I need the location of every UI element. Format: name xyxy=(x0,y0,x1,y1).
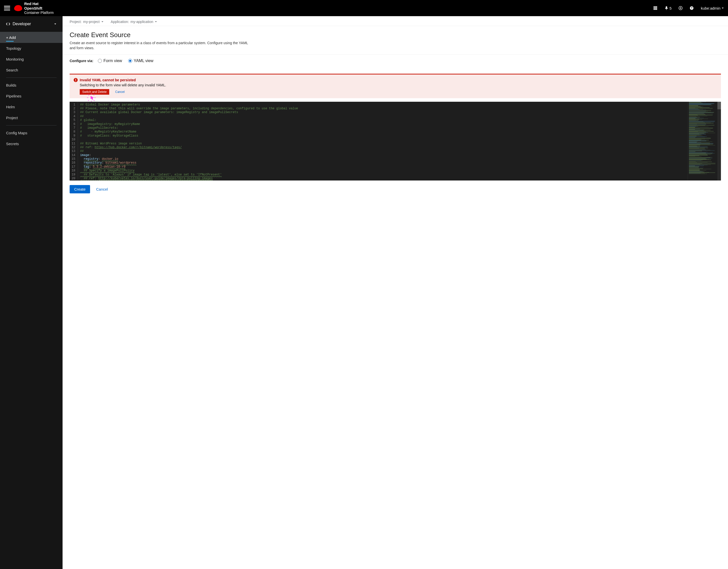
nav-item[interactable]: Pipelines xyxy=(0,91,63,101)
code-icon xyxy=(6,22,10,26)
form-view-label: Form view xyxy=(103,59,122,63)
project-value: my-project xyxy=(83,20,99,24)
user-label: kube:admin xyxy=(701,6,720,10)
main-content: Project: my-project Application: my-appl… xyxy=(63,16,728,569)
project-selector[interactable]: Project: my-project xyxy=(70,20,104,24)
editor-code[interactable]: ## Global Docker image parameters## Plea… xyxy=(78,102,688,180)
sidebar: Developer + AddTopologyMonitoringSearch … xyxy=(0,16,63,569)
editor-scrollbar[interactable] xyxy=(717,102,721,180)
svg-rect-8 xyxy=(656,9,657,10)
redhat-logo-icon xyxy=(14,5,22,11)
perspective-switcher[interactable]: Developer xyxy=(0,16,63,32)
nav-item[interactable]: Search xyxy=(0,65,63,75)
caret-down-icon xyxy=(155,20,157,23)
svg-rect-6 xyxy=(654,9,655,10)
editor-gutter: 1234567891011121314151617181920 xyxy=(70,102,78,180)
nav-item[interactable]: Project xyxy=(0,112,63,123)
brand-top: Red Hat xyxy=(24,2,39,6)
import-add-icon[interactable] xyxy=(679,6,683,10)
project-label: Project: xyxy=(70,20,81,24)
application-selector[interactable]: Application: my-application xyxy=(111,20,157,24)
app-launcher-icon[interactable] xyxy=(653,6,657,10)
masthead: Red Hat OpenShift Container Platform 5 ?… xyxy=(0,0,728,16)
svg-rect-7 xyxy=(655,9,656,10)
svg-rect-14 xyxy=(75,81,76,81)
caret-down-icon xyxy=(54,23,57,25)
nav-item[interactable]: Builds xyxy=(0,80,63,91)
svg-rect-1 xyxy=(655,6,656,7)
user-menu[interactable]: kube:admin xyxy=(701,6,724,10)
svg-rect-5 xyxy=(656,8,657,9)
radio-icon xyxy=(128,59,132,63)
alert-cancel-link[interactable]: Cancel xyxy=(115,90,125,94)
form-view-radio[interactable]: Form view xyxy=(98,59,122,63)
brand-mid: OpenShift xyxy=(24,6,42,10)
invalid-yaml-alert: Invalid YAML cannot be persisted Switchi… xyxy=(70,74,721,98)
configure-label: Configure via: xyxy=(70,59,93,63)
caret-down-icon xyxy=(101,20,104,23)
alert-body: Switching to the form view will delete a… xyxy=(80,83,717,87)
configure-via-row: Configure via: Form view YAML view xyxy=(63,54,728,67)
click-cursor-icon xyxy=(86,93,96,103)
brand-bottom: Container Platform xyxy=(24,11,54,15)
nav-item[interactable]: Secrets xyxy=(0,138,63,149)
radio-icon xyxy=(98,59,102,63)
yaml-view-radio[interactable]: YAML view xyxy=(128,59,153,63)
page-description: Create an event source to register inter… xyxy=(70,40,251,51)
notification-count: 5 xyxy=(669,6,671,10)
nav-item[interactable]: Topology xyxy=(0,43,63,54)
help-icon[interactable]: ? xyxy=(690,6,694,10)
brand[interactable]: Red Hat OpenShift Container Platform xyxy=(14,2,54,15)
caret-down-icon xyxy=(721,7,724,9)
cancel-button[interactable]: Cancel xyxy=(96,187,108,191)
nav-item[interactable]: Monitoring xyxy=(0,54,63,65)
notifications-button[interactable]: 5 xyxy=(664,6,671,10)
perspective-label: Developer xyxy=(13,22,51,26)
application-label: Application: xyxy=(111,20,129,24)
editor-minimap[interactable] xyxy=(688,102,717,180)
application-value: my-application xyxy=(130,20,153,24)
svg-rect-0 xyxy=(654,6,655,7)
yaml-view-label: YAML view xyxy=(134,59,153,63)
hamburger-menu-icon[interactable] xyxy=(4,6,10,10)
alert-title: Invalid YAML cannot be persisted xyxy=(80,78,136,82)
create-button[interactable]: Create xyxy=(70,185,90,193)
svg-rect-3 xyxy=(654,8,655,9)
nav-item[interactable]: Helm xyxy=(0,101,63,112)
yaml-editor[interactable]: 1234567891011121314151617181920 ## Globa… xyxy=(70,102,721,180)
svg-rect-2 xyxy=(656,6,657,7)
svg-rect-4 xyxy=(655,8,656,9)
svg-text:?: ? xyxy=(691,7,693,10)
nav-item[interactable]: Config Maps xyxy=(0,127,63,138)
context-bar: Project: my-project Application: my-appl… xyxy=(63,16,728,26)
footer-actions: Create Cancel xyxy=(63,180,728,198)
page-title: Create Event Source xyxy=(70,31,721,39)
svg-rect-13 xyxy=(75,79,76,80)
page-header: Create Event Source Create an event sour… xyxy=(63,26,728,54)
nav-item[interactable]: + Add xyxy=(0,32,63,43)
exclamation-circle-icon xyxy=(74,78,78,82)
